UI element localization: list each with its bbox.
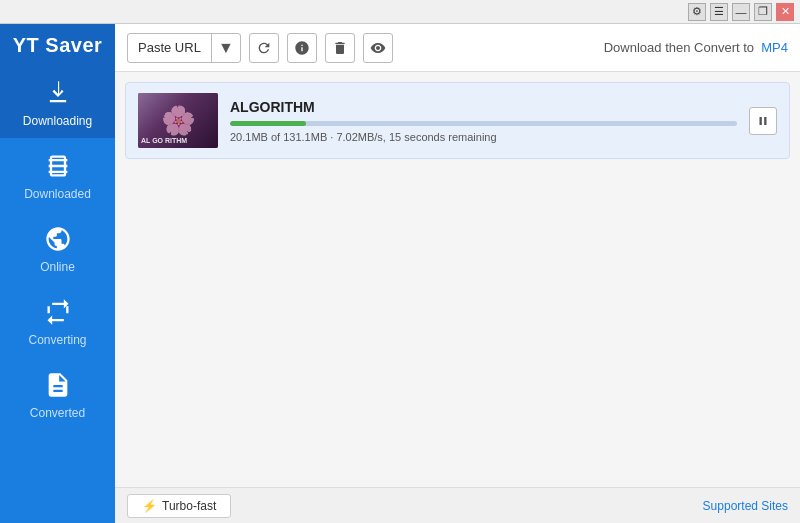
converting-label: Converting: [28, 333, 86, 347]
paste-url-label: Paste URL: [128, 34, 212, 62]
downloading-label: Downloading: [23, 114, 92, 128]
download-info: ALGORITHM 20.1MB of 131.1MB · 7.02MB/s, …: [230, 99, 737, 143]
online-icon: [42, 223, 74, 255]
converted-label: Converted: [30, 406, 85, 420]
downloaded-icon: [42, 150, 74, 182]
download-title: ALGORITHM: [230, 99, 737, 115]
sidebar-item-converted[interactable]: Converted: [0, 357, 115, 430]
supported-sites-link[interactable]: Supported Sites: [703, 499, 788, 513]
turbo-label: Turbo-fast: [162, 499, 216, 513]
restore-btn[interactable]: ❐: [754, 3, 772, 21]
online-label: Online: [40, 260, 75, 274]
turbo-icon: ⚡: [142, 499, 157, 513]
download-item: 🌸 AL GO RITHM ALGORITHM 20.1MB of 131.1M…: [125, 82, 790, 159]
progress-bar-bg: [230, 121, 737, 126]
downloaded-label: Downloaded: [24, 187, 91, 201]
paste-url-dropdown-arrow[interactable]: ▼: [212, 34, 240, 62]
delete-icon-btn[interactable]: [325, 33, 355, 63]
refresh-icon-btn[interactable]: [249, 33, 279, 63]
download-thumbnail: 🌸 AL GO RITHM: [138, 93, 218, 148]
sidebar: YT Saver Downloading Downloaded: [0, 24, 115, 523]
convert-label: Download then Convert to: [604, 40, 754, 55]
app-logo: YT Saver: [0, 24, 115, 65]
paste-url-button[interactable]: Paste URL ▼: [127, 33, 241, 63]
sidebar-item-converting[interactable]: Converting: [0, 284, 115, 357]
sidebar-item-downloading[interactable]: Downloading: [0, 65, 115, 138]
sidebar-item-online[interactable]: Online: [0, 211, 115, 284]
toolbar-right: Download then Convert to MP4: [604, 40, 788, 55]
minimize-btn[interactable]: —: [732, 3, 750, 21]
menu-icon-btn[interactable]: ☰: [710, 3, 728, 21]
progress-bar-fill: [230, 121, 306, 126]
converted-icon: [42, 369, 74, 401]
downloading-icon: [42, 77, 74, 109]
converting-icon: [42, 296, 74, 328]
settings-icon-btn[interactable]: ⚙: [688, 3, 706, 21]
thumb-decoration: 🌸: [161, 104, 196, 137]
turbo-fast-button[interactable]: ⚡ Turbo-fast: [127, 494, 231, 518]
download-list: 🌸 AL GO RITHM ALGORITHM 20.1MB of 131.1M…: [115, 72, 800, 487]
sidebar-item-downloaded[interactable]: Downloaded: [0, 138, 115, 211]
toolbar: Paste URL ▼: [115, 24, 800, 72]
footer: ⚡ Turbo-fast Supported Sites: [115, 487, 800, 523]
convert-format-link[interactable]: MP4: [761, 40, 788, 55]
download-status: 20.1MB of 131.1MB · 7.02MB/s, 15 seconds…: [230, 131, 737, 143]
info-icon-btn[interactable]: [287, 33, 317, 63]
preview-icon-btn[interactable]: [363, 33, 393, 63]
app-body: YT Saver Downloading Downloaded: [0, 24, 800, 523]
pause-button[interactable]: [749, 107, 777, 135]
close-btn[interactable]: ✕: [776, 3, 794, 21]
thumb-text: AL GO RITHM: [141, 137, 187, 145]
title-bar: ⚙ ☰ — ❐ ✕: [0, 0, 800, 24]
toolbar-left: Paste URL ▼: [127, 33, 393, 63]
content-area: Paste URL ▼: [115, 24, 800, 523]
